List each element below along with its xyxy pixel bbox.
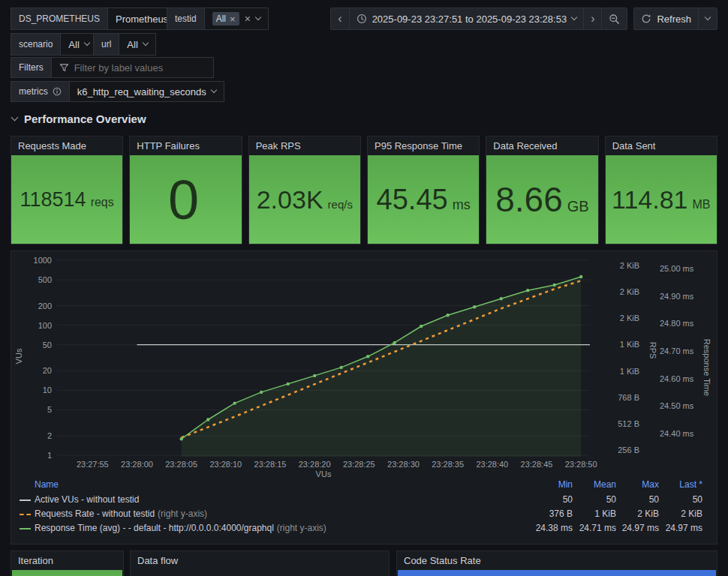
legend-row-active-vus[interactable]: Active VUs - without testid 50 50 50 50 [11,493,717,507]
stat-value: 118514 [20,188,86,212]
y-axis-label-response-time: Response Time [702,326,711,409]
axis-tick: 23:28:10 [203,460,248,469]
panel-code-status-rate: Code Status Rate [396,550,717,576]
stat-value: 2.03K [257,185,323,214]
y-axis-label-left: VUs [14,326,23,386]
metrics-picker[interactable]: k6_http_req_waiting_seconds [70,81,224,102]
clock-icon [356,14,367,24]
panel-data-flow: Data flow [130,550,390,576]
legend-series-name[interactable]: Requests Rate - without testid [35,508,155,519]
axis-tick: 25.00 ms [660,264,705,273]
chevron-down-icon [210,87,216,93]
chevron-down-icon [255,14,261,20]
legend-series-name[interactable]: Response Time (avg) - - default - http:/… [35,523,274,533]
info-icon[interactable] [53,87,62,96]
var-testid-picker[interactable]: All × × [205,8,269,30]
chart-plot-area[interactable] [57,257,590,457]
panel-title: Code Status Rate [397,551,717,570]
refresh-button[interactable]: Refresh [633,8,699,30]
refresh-label: Refresh [657,14,691,25]
axis-tick: 1 KiB [606,340,639,349]
chevron-down-icon [143,40,149,46]
time-shift-back-button[interactable]: ‹ [330,8,349,30]
axis-tick: 24.40 ms [660,429,705,438]
testid-selected-chip[interactable]: All × [212,12,239,26]
filter-funnel-icon [59,63,69,73]
axis-tick: 23:28:40 [470,460,515,469]
series-swatch-icon [20,500,31,501]
stat-value: 0 [168,168,199,232]
panel-title: HTTP Failures [130,136,241,155]
legend-header-name[interactable]: Name [35,479,59,490]
stat-value-area: 118514reqs [11,155,122,244]
chip-label: All [216,14,226,24]
clear-icon[interactable]: × [245,14,251,24]
series-swatch-icon [20,514,31,515]
legend-row-requests-rate[interactable]: Requests Rate - without testid(right y-a… [11,507,717,521]
axis-tick: 1 KiB [606,367,639,376]
axis-tick: 5 [11,405,52,414]
legend-axis-suffix: (right y-axis) [277,523,326,533]
axis-tick: 2 KiB [606,287,639,296]
axis-tick: 23:28:30 [381,460,426,469]
time-range-picker[interactable]: 2025-09-23 23:27:51 to 2025-09-23 23:28:… [349,8,585,30]
stat-unit: GB [567,198,589,215]
iteration-stat-background [12,570,122,576]
refresh-icon [641,14,651,24]
y-axis-label-rps: RPS [648,335,657,365]
var-testid: testid All × × [167,8,269,30]
filter-input[interactable] [74,62,200,74]
chevron-down-icon [705,14,711,20]
close-icon[interactable]: × [230,14,236,24]
chart-legend: Name Min Mean Max Last * Active VUs - wi… [11,478,717,536]
stat-unit: MB [693,198,711,212]
axis-tick: 256 B [606,446,639,454]
stat-value: 8.66 [495,179,563,220]
panel-title: Data flow [131,551,389,570]
zoom-out-button[interactable] [601,8,627,30]
axis-tick: 23:28:35 [426,460,471,469]
section-performance-overview[interactable]: Performance Overview [12,112,146,125]
stat-value-area: 8.66GB [486,155,597,244]
var-datasource-label: DS_PROMETHEUS [11,8,108,30]
legend-series-name[interactable]: Active VUs - without testid [35,494,139,505]
axis-tick: 23:28:20 [292,460,337,469]
legend-header-last[interactable]: Last * [650,479,702,490]
var-datasource: DS_PROMETHEUS Prometheus [11,8,186,30]
axis-tick: 2 KiB [606,314,639,322]
stat-panel-peak-rps: Peak RPS 2.03Kreq/s [248,136,361,244]
var-scenario-label: scenario [11,33,61,56]
panel-title: Data Sent [606,136,717,155]
axis-tick: 24.50 ms [660,401,705,410]
refresh-interval-button[interactable] [698,8,717,30]
stat-unit: ms [453,197,471,213]
axis-tick: 2 [11,431,52,440]
stat-panel-p95-response-time: P95 Response Time 45.45ms [367,136,480,244]
stat-value-area: 0 [130,155,241,244]
var-url-picker[interactable]: All [119,33,155,56]
timeseries-panel: VUs RPS Response Time VUs Name Min Mean … [11,250,717,544]
metrics-control: metrics k6_http_req_waiting_seconds [11,81,224,102]
stat-value-area: 2.03Kreq/s [249,155,360,244]
chevron-down-icon [571,14,577,20]
axis-tick: 200 [11,302,52,310]
var-url-label: url [93,33,119,56]
stat-panel-requests-made: Requests Made 118514reqs [11,136,123,244]
panel-title: Peak RPS [249,136,360,155]
zoom-out-icon [609,14,620,25]
var-scenario-selected: All [68,39,79,50]
stat-unit: req/s [328,198,353,211]
legend-axis-suffix: (right y-axis) [158,508,207,519]
time-shift-forward-button[interactable]: › [583,8,602,30]
var-scenario-picker[interactable]: All [61,33,97,56]
filters-label: Filters [11,57,52,78]
axis-tick: 23:28:15 [248,460,293,469]
legend-row-response-time[interactable]: Response Time (avg) - - default - http:/… [11,521,717,536]
axis-tick: 1000 [11,256,52,265]
axis-tick: 10 [11,386,52,394]
axis-tick: 1 [11,451,52,460]
stat-value-area: 114.81MB [606,155,717,244]
code-status-rate-bar [398,570,716,576]
angle-right-icon: › [591,12,594,26]
var-url: url All [93,33,156,56]
